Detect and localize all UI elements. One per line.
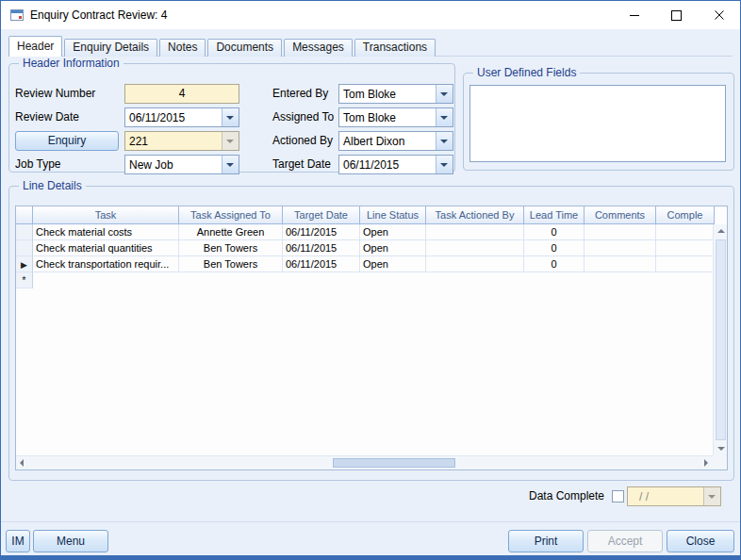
user-defined-fields-textbox[interactable] (469, 85, 726, 162)
cell-line-status[interactable]: Open (360, 240, 426, 256)
target-date-picker[interactable]: 06/11/2015 (338, 155, 453, 174)
arrow-left-icon (20, 459, 24, 467)
line-details-group-title: Line Details (19, 179, 86, 192)
cell-task-assigned-to[interactable]: Annette Green (179, 224, 283, 240)
close-window-button[interactable] (698, 1, 740, 29)
close-button[interactable]: Close (667, 530, 734, 552)
column-header-comments[interactable]: Comments (585, 206, 656, 224)
tab-notes[interactable]: Notes (159, 39, 206, 57)
column-header-task-actioned-by[interactable]: Task Actioned By (426, 206, 524, 224)
cell-lead-time[interactable]: 0 (524, 240, 585, 256)
table-row[interactable]: Check material costs Annette Green 06/11… (16, 224, 715, 240)
review-number-label: Review Number (15, 84, 95, 104)
arrow-down-icon (717, 447, 725, 451)
cell-task-assigned-to[interactable]: Ben Towers (179, 256, 283, 272)
table-row[interactable]: Check material quantities Ben Towers 06/… (16, 240, 715, 256)
minimize-button[interactable] (613, 1, 655, 29)
cell-task[interactable]: Check transportation requir... (33, 256, 179, 272)
column-header-target-date[interactable]: Target Date (283, 206, 360, 224)
review-number-field[interactable]: 4 (124, 84, 239, 104)
menu-button[interactable]: Menu (33, 530, 108, 552)
cell-task[interactable]: Check material quantities (33, 240, 179, 256)
grid-horizontal-scrollbar[interactable] (16, 455, 713, 469)
cell-target-date[interactable]: 06/11/2015 (283, 256, 360, 272)
column-header-line-status[interactable]: Line Status (360, 206, 426, 224)
tab-messages[interactable]: Messages (284, 39, 353, 57)
chevron-down-icon[interactable] (436, 156, 453, 173)
cell-comments[interactable] (585, 224, 656, 240)
vertical-scroll-thumb[interactable] (716, 239, 726, 440)
column-header-task[interactable]: Task (33, 206, 179, 224)
actioned-by-value: Albert Dixon (343, 133, 436, 150)
horizontal-scroll-thumb[interactable] (333, 458, 455, 468)
im-button[interactable]: IM (6, 530, 30, 552)
cell-line-status[interactable]: Open (360, 224, 426, 240)
data-complete-checkbox[interactable] (612, 490, 624, 502)
grid-vertical-scrollbar[interactable] (713, 224, 727, 455)
scroll-right-button[interactable] (699, 456, 713, 470)
column-header-task-assigned-to[interactable]: Task Assigned To (179, 206, 283, 224)
assigned-to-combo[interactable]: Tom Bloke (338, 107, 453, 127)
current-row-icon: ▶ (21, 260, 27, 270)
enquiry-number-combo[interactable]: 221 (124, 131, 239, 151)
cell-target-date[interactable]: 06/11/2015 (283, 240, 360, 256)
enquiry-button[interactable]: Enquiry (15, 131, 119, 151)
chevron-down-icon[interactable] (703, 487, 720, 505)
arrow-up-icon (717, 229, 725, 233)
tab-header[interactable]: Header (8, 36, 62, 57)
new-row-selector[interactable]: * (16, 272, 33, 288)
row-selector[interactable] (16, 224, 33, 240)
scroll-left-button[interactable] (16, 456, 30, 470)
cell-comments[interactable] (585, 240, 656, 256)
maximize-button[interactable] (655, 1, 698, 29)
footer-divider (1, 521, 740, 522)
grid-header-row: Task Task Assigned To Target Date Line S… (16, 206, 715, 224)
scroll-down-button[interactable] (714, 441, 728, 455)
actioned-by-combo[interactable]: Albert Dixon (338, 131, 453, 151)
table-row[interactable]: ▶ Check transportation requir... Ben Tow… (16, 256, 715, 272)
cell-task-actioned-by[interactable] (426, 240, 524, 256)
job-type-combo[interactable]: New Job (124, 155, 239, 174)
cell-completed[interactable] (656, 256, 715, 272)
cell-task[interactable]: Check material costs (33, 224, 179, 240)
cell-line-status[interactable]: Open (360, 256, 426, 272)
row-selector-current[interactable]: ▶ (16, 256, 33, 272)
assigned-to-value: Tom Bloke (343, 109, 436, 126)
cell-target-date[interactable]: 06/11/2015 (283, 224, 360, 240)
print-button[interactable]: Print (508, 530, 584, 552)
chevron-down-icon[interactable] (222, 108, 239, 126)
data-complete-date-picker[interactable]: / / (627, 486, 721, 506)
scroll-up-button[interactable] (714, 224, 728, 239)
cell-lead-time[interactable]: 0 (524, 256, 585, 272)
chevron-down-icon[interactable] (222, 132, 239, 150)
chevron-down-icon[interactable] (222, 156, 239, 173)
cell-task-actioned-by[interactable] (426, 256, 524, 272)
grid-corner-cell[interactable] (16, 206, 33, 224)
cell-completed[interactable] (656, 224, 715, 240)
review-date-picker[interactable]: 06/11/2015 (124, 107, 239, 127)
chevron-down-icon[interactable] (436, 132, 453, 150)
chevron-down-icon[interactable] (436, 108, 453, 126)
entered-by-combo[interactable]: Tom Bloke (338, 84, 453, 104)
column-header-completed[interactable]: Comple (656, 206, 715, 224)
row-selector[interactable] (16, 240, 33, 256)
tab-enquiry-details[interactable]: Enquiry Details (64, 39, 157, 57)
tab-transactions[interactable]: Transactions (354, 39, 436, 57)
header-information-group: Header Information Review Number 4 Revie… (8, 63, 455, 173)
cell-lead-time[interactable]: 0 (524, 224, 585, 240)
title-bar[interactable]: Enquiry Contract Review: 4 (1, 1, 740, 29)
cell-task-actioned-by[interactable] (426, 224, 524, 240)
column-header-lead-time[interactable]: Lead Time (524, 206, 585, 224)
line-details-grid[interactable]: Task Task Assigned To Target Date Line S… (15, 206, 728, 470)
cell-task-assigned-to[interactable]: Ben Towers (179, 240, 283, 256)
cell-comments[interactable] (585, 256, 656, 272)
cell-completed[interactable] (656, 240, 715, 256)
minimize-icon (630, 15, 639, 16)
tab-documents[interactable]: Documents (207, 39, 282, 57)
chevron-down-icon[interactable] (436, 85, 453, 103)
accept-button[interactable]: Accept (587, 530, 663, 552)
table-row-new[interactable]: * (16, 272, 33, 288)
data-complete-label: Data Complete (529, 486, 604, 506)
target-date-value: 06/11/2015 (343, 156, 436, 173)
new-row-icon: * (22, 274, 25, 286)
